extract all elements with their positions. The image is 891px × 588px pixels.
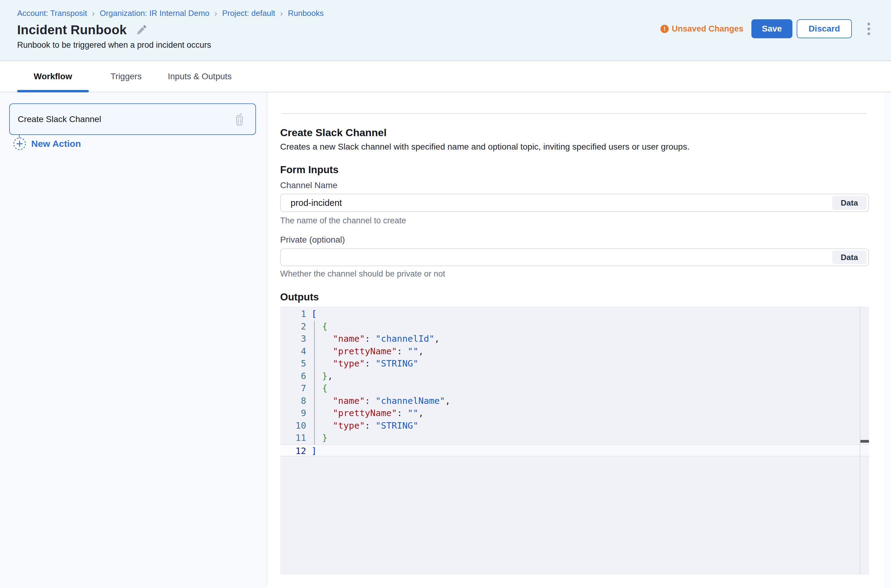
code-line: 7 { [280,382,869,394]
private-label: Private (optional) [280,235,345,245]
code-line: 12] [280,444,869,457]
code-text: [ [307,308,317,320]
private-input[interactable] [280,248,869,266]
action-description: Creates a new Slack channel with specifi… [280,142,689,152]
workflow-panel: Create Slack Channel New Ac [0,92,267,588]
code-text: "type": "STRING" [307,357,418,370]
code-line: 9 "prettyName": "", [280,407,869,419]
line-number: 5 [280,357,307,370]
code-text: "type": "STRING" [307,419,418,432]
tab-inputs-outputs[interactable]: Inputs & Outputs [168,61,232,92]
plus-icon [13,137,26,150]
outputs-code-editor[interactable]: 1[2 {3 "name": "channelId",4 "prettyName… [280,306,869,574]
bracket-indent-guide [314,321,315,444]
line-number: 7 [280,382,307,394]
channel-name-data-button[interactable]: Data [832,196,867,210]
breadcrumb-separator: › [280,9,283,18]
line-number: 11 [280,432,307,444]
line-number: 4 [280,345,307,358]
private-data-button[interactable]: Data [832,250,867,264]
page-title: Incident Runbook [17,22,127,38]
code-line: 11 } [280,432,869,444]
title-row: Incident Runbook [17,22,147,38]
code-text: }, [307,370,333,382]
line-number: 12 [280,445,307,456]
new-action-button[interactable]: New Action [13,137,81,150]
unsaved-changes-label: Unsaved Changes [672,24,744,34]
edit-title-icon[interactable] [135,24,147,36]
overview-cursor-marker [860,440,869,442]
new-action-label: New Action [31,139,81,149]
code-text: { [307,382,327,394]
breadcrumb-link[interactable]: Account: Transposit [17,9,87,18]
tab-triggers[interactable]: Triggers [111,61,142,92]
private-help: Whether the channel should be private or… [280,269,445,279]
discard-button[interactable]: Discard [797,19,852,38]
page-subtitle: Runbook to be triggered when a prod inci… [17,40,211,50]
breadcrumb-link[interactable]: Project: default [222,9,275,18]
breadcrumb-separator: › [92,9,95,18]
code-line: 1[ [280,308,869,320]
code-text: } [307,432,327,444]
code-text: "prettyName": "", [307,345,424,358]
code-line: 3 "name": "channelId", [280,333,869,345]
breadcrumb-separator: › [214,9,217,18]
breadcrumb-link[interactable]: Organization: IR Internal Demo [100,9,209,18]
private-field: Data [280,248,869,266]
code-line: 2 { [280,320,869,333]
code-line: 8 "name": "channelName", [280,394,869,407]
line-number: 8 [280,394,307,407]
code-text: "name": "channelId", [307,333,439,345]
channel-name-label: Channel Name [280,180,337,190]
delete-action-icon[interactable] [233,112,246,127]
page-header: Account: Transposit›Organization: IR Int… [0,0,891,61]
code-line: 10 "type": "STRING" [280,419,869,432]
outputs-heading: Outputs [280,291,319,303]
line-number: 10 [280,419,307,432]
form-inputs-heading: Form Inputs [280,164,339,176]
unsaved-changes-badge: ! Unsaved Changes [661,24,744,34]
code-text: "prettyName": "", [307,407,424,419]
code-line: 6 }, [280,370,869,382]
workflow-action-card[interactable]: Create Slack Channel [9,104,256,135]
breadcrumb-link[interactable]: Runbooks [288,9,324,18]
code-text: { [307,320,327,333]
line-number: 1 [280,308,307,320]
tab-workflow[interactable]: Workflow [34,61,72,92]
action-card-label: Create Slack Channel [18,114,101,124]
channel-name-input[interactable] [280,194,869,212]
section-divider [282,113,867,114]
channel-name-field: Data [280,194,869,212]
breadcrumb: Account: Transposit›Organization: IR Int… [17,9,324,18]
active-tab-underline [17,90,89,92]
line-number: 2 [280,320,307,333]
code-line: 5 "type": "STRING" [280,357,869,370]
line-number: 6 [280,370,307,382]
save-button[interactable]: Save [751,19,792,38]
right-margin-strip [883,92,891,588]
code-text: "name": "channelName", [307,394,450,407]
header-actions: ! Unsaved Changes Save Discard [661,19,874,38]
overflow-menu-icon[interactable] [864,19,874,38]
line-number: 9 [280,407,307,419]
action-detail-panel: Create Slack Channel Creates a new Slack… [267,92,891,588]
tab-bar: WorkflowTriggersInputs & Outputs [0,61,891,92]
app-root: Account: Transposit›Organization: IR Int… [0,0,891,588]
channel-name-help: The name of the channel to create [280,216,406,225]
line-number: 3 [280,333,307,345]
action-title: Create Slack Channel [280,127,387,139]
code-lines: 1[2 {3 "name": "channelId",4 "prettyName… [280,308,869,456]
alert-icon: ! [661,25,669,33]
code-text: ] [307,445,317,456]
code-line: 4 "prettyName": "", [280,345,869,358]
